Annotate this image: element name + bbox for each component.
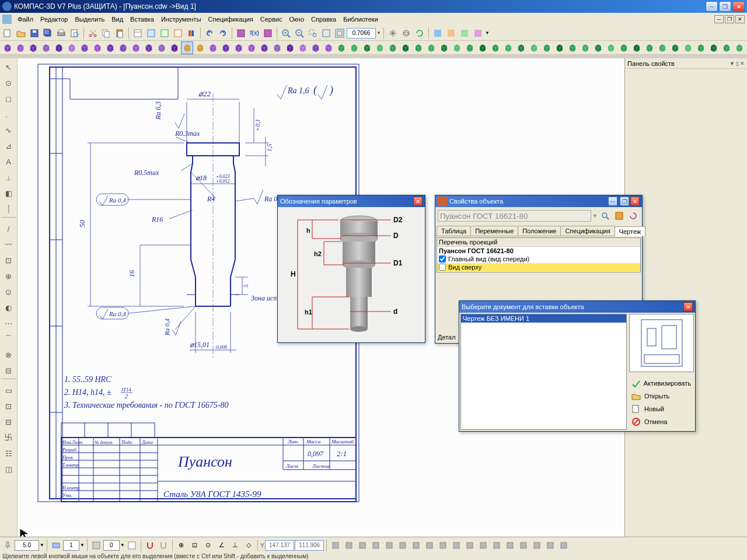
lt-14[interactable]: ⊕	[1, 268, 16, 284]
lt-10[interactable]	[1, 217, 16, 220]
tb3d-3[interactable]	[40, 41, 52, 54]
action-activate[interactable]: Активизировать	[629, 377, 693, 390]
tb3d-7[interactable]	[91, 41, 103, 54]
tab-spec[interactable]: Спецификация	[560, 226, 615, 236]
tb-spec[interactable]	[172, 27, 184, 40]
tb3d-g-24[interactable]	[644, 41, 656, 54]
object-combo[interactable]	[438, 210, 591, 222]
tb3d-g-4[interactable]	[386, 41, 399, 54]
tb3d-9[interactable]	[117, 41, 129, 54]
popup-insert-close[interactable]: ✕	[683, 302, 693, 312]
tb3d-12[interactable]	[155, 41, 167, 54]
doc-item-1[interactable]: Чертеж БЕЗ ИМЕНИ 1	[461, 314, 626, 323]
bb-magnet-off[interactable]	[157, 539, 170, 552]
bb-extra-10[interactable]	[463, 539, 476, 552]
tb3d-5[interactable]	[65, 41, 78, 54]
tb3d-g-27[interactable]	[682, 41, 694, 54]
bb-extra-2[interactable]	[356, 539, 369, 552]
tb3d-g-2[interactable]	[361, 41, 373, 54]
bb-extra-6[interactable]	[410, 539, 423, 552]
tb3d-4[interactable]	[53, 41, 65, 54]
bb-step[interactable]	[15, 540, 39, 551]
menu-window[interactable]: Окно	[285, 15, 308, 24]
lt-17[interactable]: ⋯	[1, 316, 16, 331]
tb3d-g-28[interactable]	[695, 41, 707, 54]
bb-y[interactable]	[295, 540, 324, 551]
bb-extra-9[interactable]	[450, 539, 463, 552]
tb-fx[interactable]: f(x)	[248, 27, 261, 40]
tb-lib[interactable]	[185, 27, 198, 40]
action-new[interactable]: Новый	[629, 402, 693, 415]
tb-zoomsel[interactable]	[306, 27, 319, 40]
action-cancel[interactable]: Отмена	[629, 415, 693, 428]
tb3d-g-17[interactable]	[554, 41, 566, 54]
tb3d-g-16[interactable]	[541, 41, 553, 54]
lt-22[interactable]: ▭	[1, 383, 16, 398]
lt-11[interactable]: /	[1, 221, 16, 236]
props-refresh[interactable]	[627, 209, 640, 222]
tb3d-g-23[interactable]	[631, 41, 643, 54]
bb-magnet-on[interactable]	[144, 539, 156, 552]
panel-dropdown-icon[interactable]: ▼	[729, 61, 735, 66]
tb-new[interactable]	[1, 27, 14, 40]
bb-pin[interactable]	[1, 539, 14, 552]
lt-20[interactable]: ⊟	[1, 363, 16, 378]
tb3d-g-5[interactable]	[399, 41, 411, 54]
tb-view1[interactable]	[431, 27, 444, 40]
popup-props-minimize[interactable]: ─	[608, 197, 617, 206]
menu-tools[interactable]: Инструменты	[158, 15, 205, 24]
menu-spec[interactable]: Спецификация	[205, 15, 257, 24]
tb3d-10[interactable]	[130, 41, 142, 54]
tb3d-g-29[interactable]	[708, 41, 720, 54]
bb-extra-14[interactable]	[517, 539, 530, 552]
tb3d-23[interactable]	[296, 41, 309, 54]
bb-edit[interactable]	[125, 539, 138, 552]
tb-cut[interactable]	[86, 27, 99, 40]
bb-snap6[interactable]: ◇	[242, 539, 255, 552]
tb3d-6[interactable]	[78, 41, 90, 54]
tb3d-22[interactable]	[284, 41, 296, 54]
tb3d-g-11[interactable]	[477, 41, 489, 54]
tb-paste[interactable]	[113, 27, 126, 40]
popup-parameters-close[interactable]: ✕	[413, 197, 423, 206]
tb3d-2[interactable]	[27, 41, 39, 54]
bb-extra-3[interactable]	[369, 539, 382, 552]
menu-insert[interactable]: Вставка	[127, 15, 158, 24]
lt-15[interactable]: ⊙	[1, 284, 16, 299]
bb-snap5[interactable]: ⊥	[229, 539, 242, 552]
tb-redraw[interactable]	[413, 27, 426, 40]
tb3d-17[interactable]	[219, 41, 232, 54]
tb3d-g-8[interactable]	[438, 41, 451, 54]
minimize-button[interactable]: ─	[706, 1, 718, 12]
tb3d-g-31[interactable]	[734, 41, 746, 54]
mdi-restore[interactable]: ❐	[725, 15, 734, 23]
tb3d-8[interactable]	[104, 41, 116, 54]
lt-5[interactable]: ⊿	[1, 138, 16, 153]
tb-print[interactable]	[55, 27, 68, 40]
tb3d-g-22[interactable]	[618, 41, 630, 54]
menu-libraries[interactable]: Библиотеки	[340, 15, 382, 24]
lt-19[interactable]: ⊗	[1, 347, 16, 362]
lt-2[interactable]: ◻	[1, 91, 16, 106]
tb3d-g-14[interactable]	[515, 41, 528, 54]
tb3d-g-10[interactable]	[464, 41, 476, 54]
menu-file[interactable]: Файл	[14, 15, 37, 24]
tb3d-15[interactable]	[194, 41, 206, 54]
tb-redo[interactable]	[217, 27, 229, 40]
panel-close-icon[interactable]: ✕	[740, 61, 745, 66]
bb-x[interactable]	[265, 540, 294, 551]
lt-21[interactable]	[1, 379, 16, 382]
tb-saveall[interactable]	[41, 27, 54, 40]
tb-xyz[interactable]	[235, 27, 247, 40]
mdi-minimize[interactable]: ─	[714, 15, 724, 23]
bb-snap4[interactable]: ∠	[215, 539, 228, 552]
tb-preview[interactable]	[68, 27, 81, 40]
tb3d-16[interactable]	[207, 41, 219, 54]
bb-extra-16[interactable]	[544, 539, 557, 552]
tb3d-g-20[interactable]	[592, 41, 605, 54]
tb-props[interactable]	[131, 27, 144, 40]
tb3d-g-6[interactable]	[413, 41, 425, 54]
tb-vars[interactable]	[145, 27, 158, 40]
bb-extra-11[interactable]	[477, 539, 490, 552]
bb-snap3[interactable]: ⊙	[202, 539, 215, 552]
